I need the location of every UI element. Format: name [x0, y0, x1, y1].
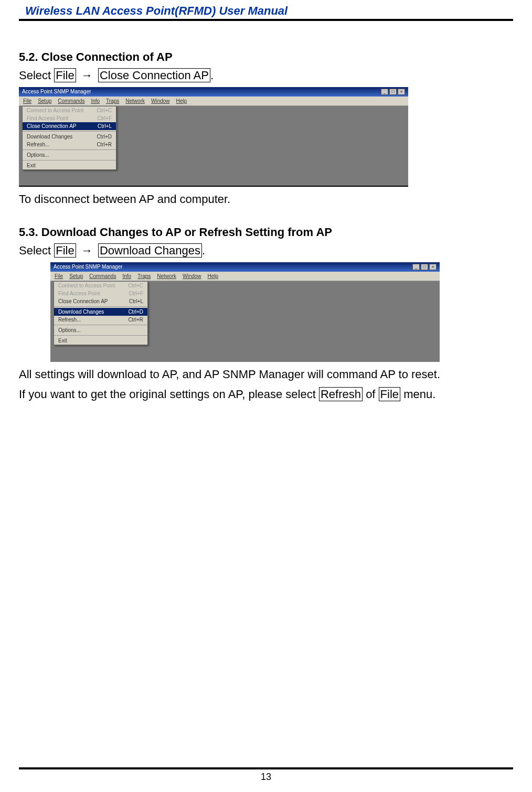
menu-item-options[interactable]: Options... — [54, 326, 147, 334]
instruction-5-2: Select File → Close Connection AP. — [19, 67, 513, 84]
maximize-button[interactable]: □ — [421, 264, 428, 270]
screenshot-close-connection: Access Point SNMP Manager _ □ × File Set… — [19, 87, 408, 187]
refresh-ref: Refresh — [319, 387, 363, 401]
menu-separator — [54, 335, 147, 336]
menu-item-download[interactable]: Download ChangesCtrl+D — [54, 308, 147, 316]
menu-item-exit[interactable]: Exit — [54, 337, 147, 345]
menu-separator — [23, 160, 116, 160]
download-changes-ref: Download Changes — [98, 243, 202, 258]
caption-5-2: To disconnect between AP and computer. — [19, 191, 513, 208]
menubar: File Setup Commands Info Traps Network W… — [19, 97, 408, 106]
menu-separator — [54, 325, 147, 325]
maximize-button[interactable]: □ — [389, 89, 397, 95]
close-button[interactable]: × — [429, 264, 437, 270]
screenshot-download-changes: Access Point SNMP Manager _ □ × File Set… — [50, 262, 440, 362]
page-header: Wireless LAN Access Point(RFMD) User Man… — [19, 0, 513, 21]
menu-separator — [23, 149, 116, 150]
close-connection-ref: Close Connection AP — [98, 68, 210, 82]
window-buttons: _ □ × — [381, 89, 405, 95]
section-5-3-heading: 5.3. Download Changes to AP or Refresh S… — [19, 226, 513, 239]
window-title: Access Point SNMP Manager — [54, 264, 123, 270]
arrow-icon: → — [79, 244, 95, 257]
caption-5-3-line1: All settings will download to AP, and AP… — [19, 366, 513, 383]
section-5-2-heading: 5.2. Close Connection of AP — [19, 50, 513, 64]
text-post: menu. — [400, 388, 435, 401]
menu-commands[interactable]: Commands — [89, 273, 116, 279]
menu-setup[interactable]: Setup — [69, 273, 83, 279]
menu-item-refresh[interactable]: Refresh...Ctrl+R — [23, 141, 116, 148]
document-title: Wireless LAN Access Point(RFMD) User Man… — [19, 4, 513, 19]
period: . — [202, 244, 205, 257]
menu-window[interactable]: Window — [151, 98, 170, 104]
text-mid: of — [363, 388, 379, 401]
menu-traps[interactable]: Traps — [137, 273, 151, 279]
menu-separator — [54, 306, 147, 307]
window-titlebar: Access Point SNMP Manager _ □ × — [19, 87, 408, 97]
screenshot-border — [19, 186, 408, 187]
menu-help[interactable]: Help — [176, 98, 187, 104]
instruction-5-3: Select File → Download Changes. — [19, 242, 513, 259]
menu-window[interactable]: Window — [183, 273, 201, 279]
select-label: Select — [19, 244, 51, 257]
menubar: File Setup Commands Info Traps Network W… — [50, 272, 440, 281]
menu-item-close-connection[interactable]: Close Connection APCtrl+L — [23, 122, 116, 130]
menu-commands[interactable]: Commands — [58, 98, 84, 104]
minimize-button[interactable]: _ — [412, 264, 420, 270]
page-number: 13 — [19, 772, 513, 783]
menu-help[interactable]: Help — [208, 273, 219, 279]
minimize-button[interactable]: _ — [381, 89, 388, 95]
menu-separator — [23, 131, 116, 132]
section-number: 5.2. — [19, 50, 38, 63]
menu-item-connect: Connect to Access PointCtrl+C — [23, 106, 116, 114]
text-pre: If you want to get the original settings… — [19, 388, 319, 401]
menu-setup[interactable]: Setup — [38, 98, 51, 104]
header-rule — [19, 19, 513, 21]
footer-rule — [19, 767, 513, 769]
menu-network[interactable]: Network — [125, 98, 145, 104]
file-menu-ref: File — [54, 243, 76, 258]
menu-info[interactable]: Info — [91, 98, 100, 104]
menu-item-options[interactable]: Options... — [23, 151, 116, 159]
close-button[interactable]: × — [398, 89, 405, 95]
menu-file[interactable]: File — [55, 273, 63, 279]
period: . — [210, 69, 214, 82]
file-ref: File — [379, 387, 400, 401]
section-number: 5.3. — [19, 226, 38, 239]
menu-file[interactable]: File — [23, 98, 31, 104]
window-title: Access Point SNMP Manager — [22, 89, 91, 94]
select-label: Select — [19, 69, 51, 82]
window-buttons: _ □ × — [412, 264, 437, 270]
window-titlebar: Access Point SNMP Manager _ □ × — [50, 262, 440, 272]
file-dropdown: Connect to Access PointCtrl+C Find Acces… — [22, 106, 116, 170]
page-footer: 13 — [19, 767, 513, 783]
file-menu-ref: File — [54, 68, 76, 82]
menu-item-refresh[interactable]: Refresh...Ctrl+R — [54, 316, 147, 324]
menu-network[interactable]: Network — [157, 273, 176, 279]
file-dropdown: Connect to Access PointCtrl+C Find Acces… — [54, 281, 148, 345]
menu-item-find: Find Access PointCtrl+F — [23, 114, 116, 122]
menu-item-download[interactable]: Download ChangesCtrl+D — [23, 133, 116, 141]
menu-traps[interactable]: Traps — [106, 98, 119, 104]
menu-info[interactable]: Info — [122, 273, 131, 279]
menu-item-close-connection[interactable]: Close Connection APCtrl+L — [54, 297, 147, 305]
menu-item-find: Find Access PointCtrl+F — [54, 290, 147, 297]
caption-5-3-line2: If you want to get the original settings… — [19, 386, 513, 403]
menu-item-exit[interactable]: Exit — [23, 162, 116, 169]
section-title: Download Changes to AP or Refresh Settin… — [41, 226, 332, 239]
section-title: Close Connection of AP — [41, 50, 173, 63]
menu-item-connect: Connect to Access PointCtrl+C — [54, 282, 147, 290]
arrow-icon: → — [79, 69, 95, 82]
